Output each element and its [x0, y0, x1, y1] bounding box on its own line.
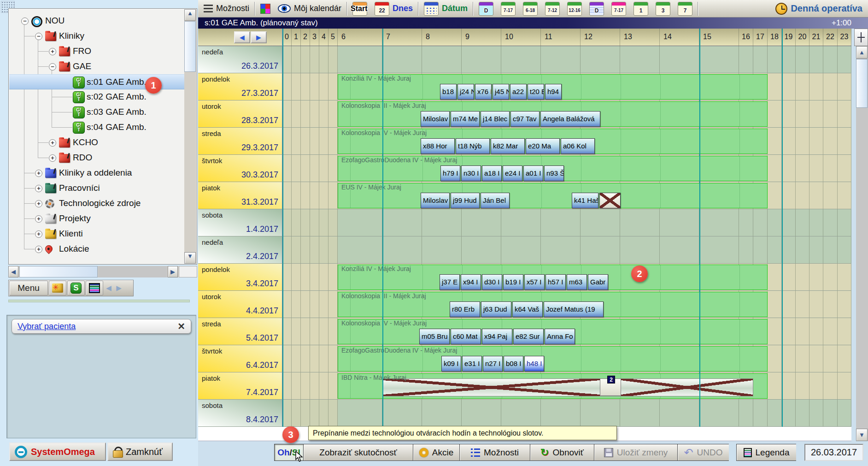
grid-cell[interactable] — [823, 209, 838, 236]
patient-chip[interactable]: h57 I — [545, 274, 566, 290]
undo-button[interactable]: ↶UNDO — [677, 444, 729, 461]
grid-cell[interactable] — [796, 128, 809, 154]
actions-button[interactable]: Akcie — [413, 444, 459, 461]
grid-cell[interactable] — [338, 46, 382, 73]
grid-cell[interactable] — [796, 155, 809, 182]
grid-cell[interactable] — [768, 46, 782, 73]
grid-cell[interactable] — [699, 46, 739, 73]
grid-cell[interactable] — [319, 400, 328, 426]
patient-chip[interactable]: j37 E — [440, 274, 460, 290]
system-button[interactable]: S — [67, 281, 85, 295]
scrollbar-thumb[interactable] — [184, 21, 196, 72]
range-7-12-button[interactable]: 7-12 — [541, 0, 563, 17]
grid-cell[interactable] — [301, 128, 310, 154]
expand-icon[interactable]: + — [35, 185, 42, 192]
tree-item-s-04-gae-amb-[interactable]: G!Ts:04 GAE Amb. — [9, 120, 184, 135]
grid-cell[interactable] — [782, 264, 796, 290]
grid-cell[interactable] — [282, 345, 292, 372]
tree-item-kcho[interactable]: +KCHO — [9, 135, 184, 150]
patient-chip[interactable]: t18 Nýb — [456, 138, 490, 154]
grid-cell[interactable] — [292, 264, 301, 290]
patient-chip[interactable]: d30 I — [482, 274, 502, 290]
grid-cell[interactable] — [462, 46, 501, 73]
save-changes-button[interactable]: Uložiť zmeny — [594, 444, 677, 461]
grid-cell[interactable] — [823, 372, 838, 399]
grid-cell[interactable] — [782, 345, 796, 372]
grid-cell[interactable] — [838, 46, 851, 73]
tree-item-fro[interactable]: +FRO — [9, 44, 184, 59]
grid-cell[interactable] — [338, 400, 382, 426]
grid-cell[interactable] — [823, 46, 838, 73]
grid-cell[interactable] — [301, 209, 310, 236]
grid-cell[interactable] — [292, 345, 301, 372]
grid-cell[interactable] — [328, 155, 338, 182]
grid-cell[interactable] — [809, 155, 823, 182]
grid-cell[interactable] — [292, 155, 301, 182]
grid-cell[interactable] — [838, 128, 851, 154]
patient-chip[interactable]: e24 I — [503, 165, 522, 181]
grid-cell[interactable] — [292, 372, 301, 399]
patient-chip[interactable]: e82 Sur — [513, 329, 544, 344]
day-list-view-button[interactable]: D — [586, 0, 608, 17]
patient-chip[interactable]: j14 Blec — [481, 111, 510, 127]
patient-chip[interactable]: x94 I — [461, 274, 481, 290]
grid-cell[interactable] — [462, 400, 501, 426]
grid-cell[interactable] — [739, 236, 753, 263]
color-settings-button[interactable] — [257, 0, 274, 17]
grid-cell[interactable] — [768, 209, 782, 236]
grid-cell[interactable] — [823, 182, 838, 209]
nav-forward-icon[interactable]: ▶ — [114, 284, 124, 292]
patient-chip[interactable]: m63 — [567, 274, 587, 290]
tree-item-technologick-zdroje[interactable]: +Technologické zdroje — [9, 196, 184, 211]
grid-cell[interactable] — [282, 155, 292, 182]
grid-cell[interactable] — [660, 236, 699, 263]
grid-cell[interactable] — [328, 345, 338, 372]
grid-cell[interactable] — [796, 100, 809, 127]
my-calendar-button[interactable]: Môj kalendár — [274, 0, 345, 17]
grid-cell[interactable] — [301, 236, 310, 263]
grid-cell[interactable] — [809, 182, 823, 209]
grid-cell[interactable] — [768, 372, 782, 399]
grid-cell[interactable] — [319, 46, 328, 73]
grid-cell[interactable] — [768, 128, 782, 154]
grid-cell[interactable] — [292, 291, 301, 318]
grid-cell[interactable] — [310, 100, 319, 127]
grid-cell[interactable] — [319, 236, 328, 263]
grid-cell[interactable] — [581, 400, 620, 426]
grid-cell[interactable] — [838, 73, 851, 100]
grid-cell[interactable] — [282, 291, 292, 318]
grid-cell[interactable] — [782, 236, 796, 263]
grid-cell[interactable] — [838, 372, 851, 399]
grid-cell[interactable] — [382, 400, 422, 426]
grid-cell[interactable] — [310, 345, 319, 372]
patient-chip[interactable]: Angela Balážová — [540, 111, 600, 127]
grid-cell[interactable] — [753, 400, 768, 426]
grid-cell[interactable] — [768, 236, 782, 263]
grid-cell[interactable] — [282, 264, 292, 290]
grid-cell[interactable] — [809, 209, 823, 236]
tree-item-nou[interactable]: −NOU — [9, 13, 184, 29]
grid-cell[interactable] — [382, 46, 422, 73]
grid-cell[interactable] — [282, 209, 292, 236]
patient-chip[interactable]: r80 Erb — [450, 301, 480, 317]
grid-cell[interactable] — [319, 73, 328, 100]
grid-cell[interactable] — [282, 100, 292, 127]
collapse-icon[interactable]: − — [35, 33, 42, 40]
day-view-button[interactable]: D — [475, 0, 497, 17]
splitter-icon[interactable] — [854, 29, 868, 46]
grid-cell[interactable] — [301, 264, 310, 290]
grid-cell[interactable] — [310, 318, 319, 345]
grid-cell[interactable] — [838, 100, 851, 127]
grid-cell[interactable] — [328, 100, 338, 127]
patient-chip[interactable]: a06 Kol — [561, 138, 595, 154]
grid-cell[interactable] — [282, 400, 292, 426]
grid-cell[interactable] — [501, 236, 541, 263]
grid-cell[interactable] — [301, 400, 310, 426]
grid-cell[interactable] — [739, 400, 753, 426]
scroll-right-icon[interactable]: ▶ — [168, 266, 178, 277]
tree-item-gae[interactable]: −GAE — [9, 59, 184, 74]
grid-cell[interactable] — [699, 209, 739, 236]
grid-cell[interactable] — [310, 264, 319, 290]
scroll-left-icon[interactable]: ◀ — [8, 266, 18, 277]
grid-cell[interactable] — [620, 236, 660, 263]
